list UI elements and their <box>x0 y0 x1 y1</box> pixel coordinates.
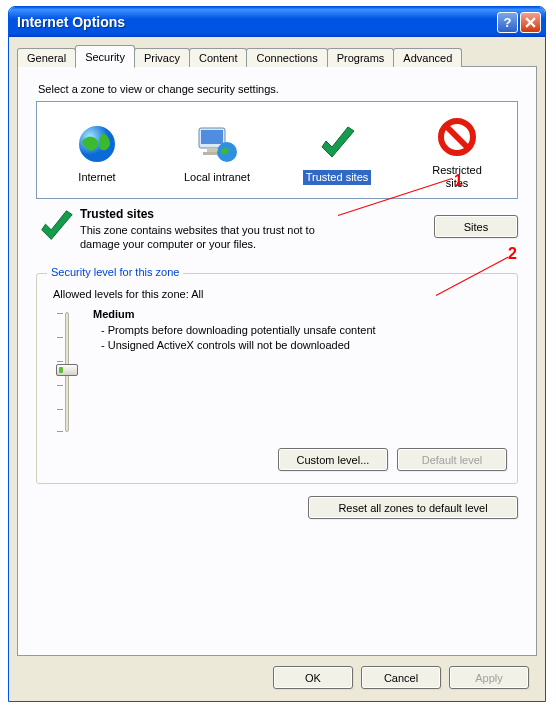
tab-programs[interactable]: Programs <box>327 48 395 67</box>
zone-trusted-sites[interactable]: Trusted sites <box>287 120 387 185</box>
zone-trusted-sites-label: Trusted sites <box>303 170 372 185</box>
tab-content[interactable]: Content <box>189 48 248 67</box>
tab-privacy[interactable]: Privacy <box>134 48 190 67</box>
level-bullet-1: - Prompts before downloading potentially… <box>93 323 507 338</box>
tab-advanced[interactable]: Advanced <box>393 48 462 67</box>
selected-zone-description: This zone contains websites that you tru… <box>80 223 320 251</box>
dialog-button-row: OK Cancel Apply <box>17 656 537 693</box>
close-icon <box>525 17 536 28</box>
zone-prompt: Select a zone to view or change security… <box>38 83 524 95</box>
window-title: Internet Options <box>17 14 495 30</box>
client-area: General Security Privacy Content Connect… <box>9 37 545 701</box>
reset-all-zones-button[interactable]: Reset all zones to default level <box>308 496 518 519</box>
zone-local-intranet[interactable]: Local intranet <box>167 120 267 185</box>
level-name: Medium <box>93 308 507 320</box>
no-entry-icon <box>433 113 481 161</box>
allowed-levels-label: Allowed levels for this zone: All <box>53 288 507 300</box>
checkmark-icon <box>313 120 361 168</box>
zone-internet[interactable]: Internet <box>47 120 147 185</box>
zone-restricted-sites[interactable]: Restricted sites <box>407 113 507 191</box>
level-bullet-2: - Unsigned ActiveX controls will not be … <box>93 338 507 353</box>
tab-strip: General Security Privacy Content Connect… <box>17 45 537 67</box>
tab-connections[interactable]: Connections <box>246 48 327 67</box>
internet-options-dialog: Internet Options ? General Security Priv… <box>8 6 546 702</box>
custom-level-button[interactable]: Custom level... <box>278 448 388 471</box>
zone-list[interactable]: Internet Local intranet Trusted sites <box>36 101 518 199</box>
default-level-button: Default level <box>397 448 507 471</box>
selected-zone-title: Trusted sites <box>80 207 402 221</box>
tab-security[interactable]: Security <box>75 45 135 68</box>
ok-button[interactable]: OK <box>273 666 353 689</box>
tab-general[interactable]: General <box>17 48 76 67</box>
apply-button: Apply <box>449 666 529 689</box>
help-button[interactable]: ? <box>497 12 518 33</box>
zone-internet-label: Internet <box>75 170 118 185</box>
security-level-legend: Security level for this zone <box>47 266 183 278</box>
cancel-button[interactable]: Cancel <box>361 666 441 689</box>
svg-rect-3 <box>207 148 217 152</box>
zone-restricted-sites-label: Restricted sites <box>429 163 485 191</box>
zone-local-intranet-label: Local intranet <box>181 170 253 185</box>
security-level-group: Security level for this zone Allowed lev… <box>36 273 518 484</box>
zone-large-icon <box>32 207 80 251</box>
close-button[interactable] <box>520 12 541 33</box>
globe-icon <box>73 120 121 168</box>
svg-line-7 <box>446 126 468 148</box>
security-panel: Select a zone to view or change security… <box>17 66 537 656</box>
zone-description-row: Trusted sites This zone contains website… <box>32 207 518 251</box>
svg-rect-2 <box>201 130 223 144</box>
monitor-globe-icon <box>193 120 241 168</box>
titlebar[interactable]: Internet Options ? <box>9 7 545 37</box>
security-level-slider[interactable] <box>49 308 85 438</box>
sites-button[interactable]: Sites <box>434 215 518 238</box>
slider-thumb[interactable] <box>56 364 78 376</box>
